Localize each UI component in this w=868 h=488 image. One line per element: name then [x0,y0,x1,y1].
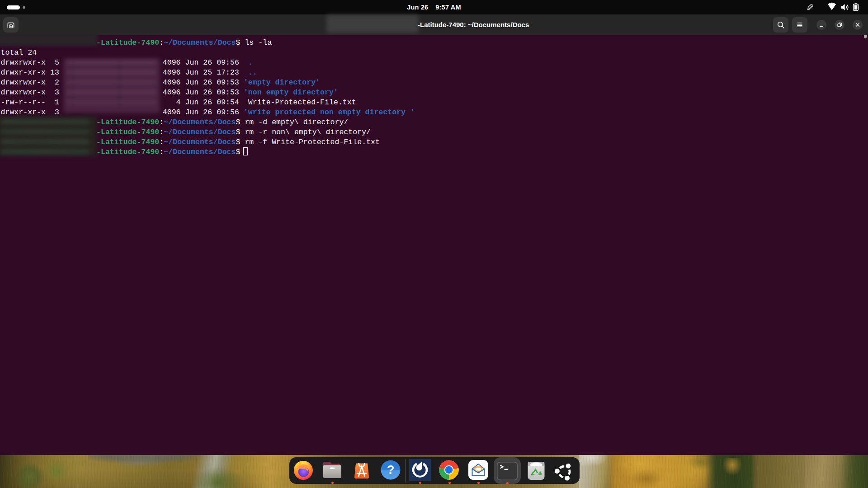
svg-text:?: ? [387,463,395,477]
